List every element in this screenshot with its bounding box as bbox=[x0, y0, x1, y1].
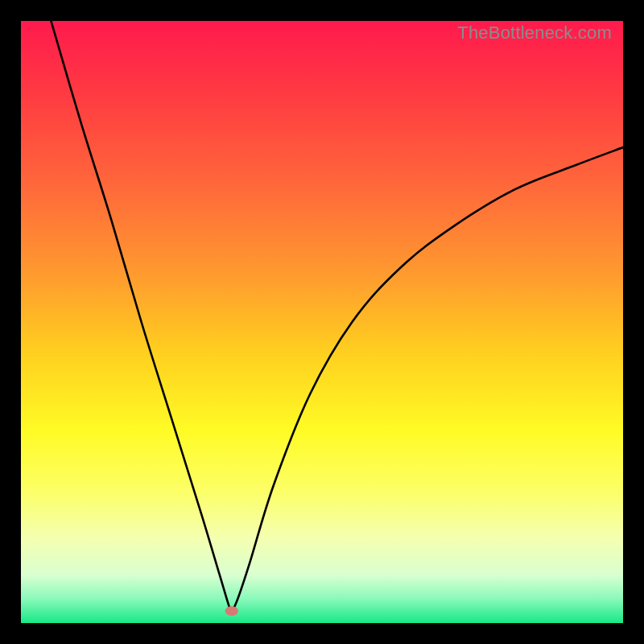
watermark-text: TheBottleneck.com bbox=[457, 23, 612, 43]
bottleneck-curve bbox=[21, 21, 623, 623]
svg-point-1 bbox=[225, 606, 238, 616]
chart-frame: TheBottleneck.com bbox=[16, 16, 628, 628]
plot-area: TheBottleneck.com bbox=[21, 21, 623, 623]
